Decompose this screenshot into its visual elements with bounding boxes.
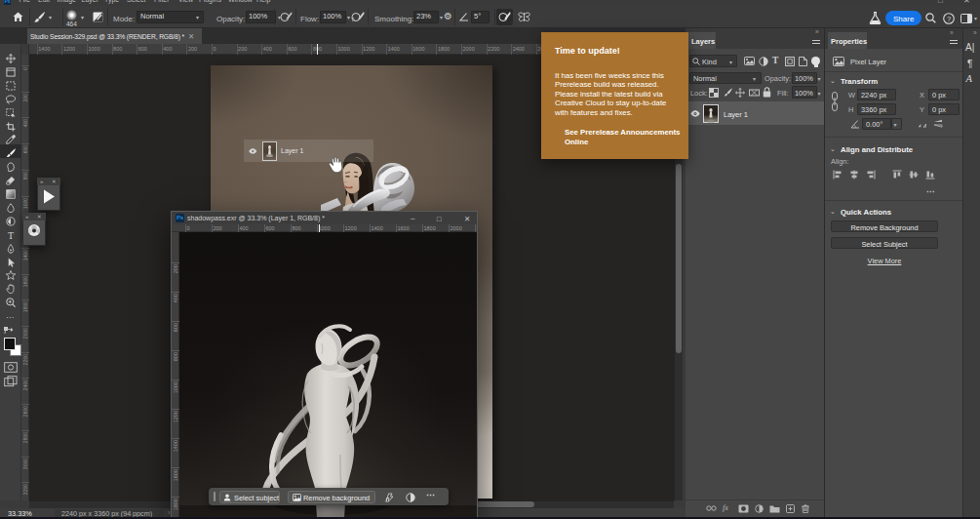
- svg-text:?: ?: [947, 15, 951, 23]
- svg-text:T: T: [8, 230, 14, 241]
